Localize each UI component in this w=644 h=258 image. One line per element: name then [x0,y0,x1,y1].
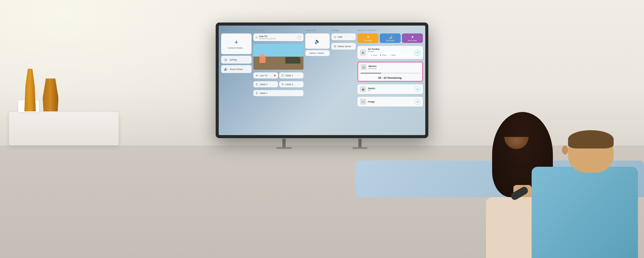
sound-out-section-label: Sound Out [305,29,330,31]
usb-icon: ⊔ [334,35,336,38]
movie-night-label: Movie Night [408,40,417,41]
sound-output-text: Optical + Interna... [305,50,330,56]
hdmi3-icon: ⊏ [282,83,284,86]
input-row-1: ≋ Live TV ⊏ HDMI 1 [253,72,303,78]
air-stat-wind: 〰 Weak [389,54,396,56]
live-tv-card: ≋ Live TV 28 SKD The Journey × [253,33,303,41]
live-tv-input-button[interactable]: ≋ Live TV [253,72,278,78]
man-ear [562,145,568,155]
stand-leg-body-left [283,139,286,147]
hdmi2-button[interactable]: ⊏ HDMI 2 [253,81,278,87]
airplay-icon: ⊡ [224,58,228,62]
close-button[interactable]: × [297,35,301,40]
airplay-button[interactable]: ⊡ AirPlay [221,56,252,64]
connect-mobile-button[interactable]: + Connect Mobile ... [221,33,252,54]
good-morning-icon: ☀ [367,35,370,39]
sound-share-icon: 🔊 [224,67,228,71]
connect-mobile-label: Connect Mobile ... [228,47,245,49]
air-quality-stats: 🍃 Good 💧 12μ/m 〰 Weak [368,53,413,57]
washer-top: ◎ Washer Operating [361,64,420,70]
air-purifier-info: Air Purifier Booster 🍃 Good 💧 12μ/m 〰 We… [368,48,413,57]
sound-share-label: Sound Share [230,68,243,71]
washer-progress-bar [361,73,420,74]
vase-tall [24,69,36,113]
device-air-purifier: ◈ Air Purifier Booster 🍃 Good 💧 12μ/m 〰 … [358,46,423,59]
fridge-power-button[interactable]: ⏻ [414,99,420,105]
washer-status: Operating [368,68,420,69]
section-tv-inputs: TV / Inputs ≋ Live TV 28 SKD The Journey… [253,29,303,133]
washer-name: Washer [368,65,420,68]
switch-status: Off [368,90,413,92]
switch-info: Switch Off [368,87,413,92]
livetv-icon: ≋ [256,74,258,77]
switch-name: Switch [368,87,413,90]
washer-progress-fill [361,73,381,74]
sound-share-button[interactable]: 🔊 Sound Share [221,65,252,73]
scene-good-morning[interactable]: ☀ Good Morn [358,33,379,43]
hdmi1-icon: ⊏ [282,74,284,77]
media-server-button[interactable]: ⊟ Media Server [331,43,356,50]
airplay-label: AirPlay [230,58,237,61]
good-night-label: Good Night [386,40,395,41]
scene-movie-night[interactable]: ★ Movie Night [402,33,423,43]
air-purifier-name: Air Purifier [368,48,413,51]
thumbnail-scene [253,44,303,70]
good-morning-label: Good Morn [364,40,372,41]
media-server-icon: ⊟ [334,45,336,48]
fridge-name: Fridge [368,100,413,103]
hdmi4-icon: ⊏ [256,92,258,95]
section-storage: Storage ⊔ USB ⊟ Media Server [331,29,356,133]
speaker-icon: 🔈 [314,38,320,44]
stand-leg-left [276,139,292,149]
washer-time-remaining: 00 : 20 Remaining. [361,76,420,79]
device-fridge: ▭ Fridge ⏻ [358,97,423,106]
input-row-2: ⊏ HDMI 2 ⊏ HDMI 3 [253,81,303,87]
scene-root: Mobile + Connect Mobile ... ⊡ AirPlay [0,0,644,258]
hdmi4-button[interactable]: ⊏ HDMI 4 [253,90,303,96]
air-stat-particles: 💧 12μ/m [379,54,387,56]
man-figure [507,130,644,258]
hdmi3-button[interactable]: ⊏ HDMI 3 [279,81,304,87]
home-iot-section-label: Home IoT Devices [358,29,423,31]
man-hair [568,130,614,148]
live-tv-text: Live TV 28 SKD The Journey [259,35,276,40]
storage-section-label: Storage [331,29,356,31]
mobile-section-label: Mobile [221,29,252,31]
fridge-info: Fridge [368,100,413,103]
device-switch: ◉ Switch Off ⏻ [358,84,423,94]
iot-scenes: ☀ Good Morn 🌙 Good Night ★ Movie Night [358,33,423,43]
live-tv-subtitle: 28 SKD The Journey [259,38,276,40]
air-purifier-icon: ◈ [360,50,366,56]
tv-inputs-section-label: TV / Inputs [253,29,303,31]
stand-leg-foot-left [276,147,292,149]
people-and-couch [355,112,644,258]
usb-button[interactable]: ⊔ USB [331,33,356,40]
good-night-icon: 🌙 [388,35,392,39]
man-shirt [532,167,638,258]
live-tv-title: Live TV [259,35,276,38]
section-mobile: Mobile + Connect Mobile ... ⊡ AirPlay [221,29,252,133]
hdmi1-button[interactable]: ⊏ HDMI 1 [279,72,304,78]
signal-icon: ≋ [255,36,258,39]
vase-medium [43,78,58,113]
air-purifier-power-button[interactable]: ⏻ [414,50,420,56]
movie-night-icon: ★ [411,35,414,39]
device-washer: ◎ Washer Operating 00 : 20 Remaining. [358,62,423,82]
live-tv-info: ≋ Live TV 28 SKD The Journey [255,35,276,40]
hdmi2-icon: ⊏ [256,83,258,86]
vase-group [24,69,64,113]
thumbnail-car [285,57,300,64]
washer-info: Washer Operating [368,65,420,69]
sideboard [9,112,118,145]
scene-good-night[interactable]: 🌙 Good Night [380,33,401,43]
active-dot [274,75,276,76]
tv-content-thumbnail [253,44,303,70]
thumbnail-people [259,54,265,63]
fridge-icon: ▭ [360,99,366,105]
plus-icon: + [235,39,238,46]
section-sound-out: Sound Out 🔈 Optical + Interna... [305,29,330,133]
switch-power-button[interactable]: ⏻ [414,86,420,92]
sound-panel: 🔈 [305,33,330,49]
air-stat-good: 🍃 Good [370,54,377,56]
air-purifier-status: Booster [368,51,413,52]
